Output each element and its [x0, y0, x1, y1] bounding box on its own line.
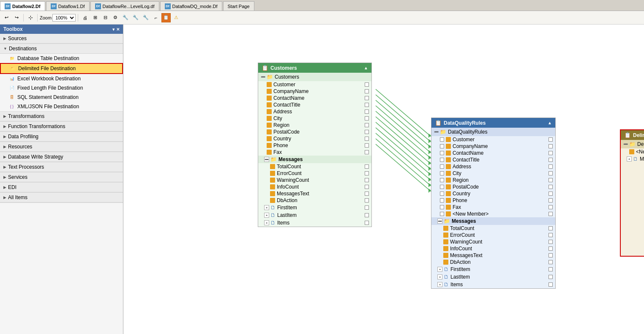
icon1-button[interactable]: 🔧: [121, 13, 130, 22]
dqr-items-expand[interactable]: +: [437, 282, 442, 287]
services-label: Services: [8, 174, 27, 180]
print-button[interactable]: 🖨: [80, 13, 90, 22]
field-row-country: Country: [258, 135, 371, 142]
toolbox-group-transforms-header[interactable]: ▶ Transformations: [0, 112, 123, 121]
excel-dest-icon: 📊: [8, 75, 15, 82]
canvas[interactable]: 📋 Customers ▲ ➖ 📁 Customers Cu: [123, 25, 644, 334]
dqr-lastitem-expand[interactable]: +: [437, 274, 442, 279]
toolbox-header-icons: ▾ ✕: [112, 27, 120, 32]
dataquality-node-header: 📋 DataQualityRules ▲: [431, 118, 555, 128]
svg-line-7: [376, 128, 431, 175]
dataquality-node[interactable]: 📋 DataQualityRules ▲ ➖ 📁 DataQualityRule…: [431, 118, 556, 289]
toolbox-item-db-table-dest[interactable]: 📁 Database Table Destination: [0, 54, 123, 63]
phone-field-icon: [267, 143, 272, 148]
dqr-folder-label: DataQualityRules: [448, 129, 487, 135]
customers-messages-fields: TotalCount ErrorCount WarningCount: [258, 163, 371, 204]
dqr-firstitem-label: FirstItem: [450, 266, 470, 272]
zoom-select[interactable]: 100% 75% 125%: [52, 14, 76, 22]
customers-node[interactable]: 📋 Customers ▲ ➖ 📁 Customers Cu: [258, 63, 372, 227]
dqr-firstitem-expand[interactable]: +: [437, 267, 442, 272]
firstitem-expand[interactable]: +: [264, 205, 269, 210]
toolbox-group-db-write-header[interactable]: ▶ Database Write Strategy: [0, 152, 123, 162]
tab-datare[interactable]: Df DataflowRe...LevelLog.df: [90, 1, 159, 11]
icon2-button[interactable]: 🔧: [131, 13, 140, 22]
toolbox-group-db-write: ▶ Database Write Strategy: [0, 152, 123, 162]
field-warningcount: WarningCount: [258, 177, 371, 183]
toolbox-dock-icon[interactable]: ✕: [116, 27, 120, 32]
canvas-inner: 📋 Customers ▲ ➖ 📁 Customers Cu: [123, 25, 644, 334]
tab-dataflow2[interactable]: Df Dataflow2.Df: [0, 1, 45, 11]
postalcode-field-port: [365, 130, 369, 134]
toolbox-item-sql-dest[interactable]: 🗄 SQL Statement Destination: [0, 93, 123, 102]
dqr-items-row: + 🗋 Items: [431, 281, 555, 288]
customers-lastitem-row: + 🗋 LastItem: [258, 211, 371, 219]
data-profiling-expand-icon: ▶: [3, 134, 6, 139]
customer-field-icon: [267, 82, 272, 87]
fixed-dest-icon: 📄: [8, 85, 15, 91]
lastitem-label: LastItem: [277, 212, 297, 218]
postalcode-field-label: PostalCode: [273, 129, 300, 135]
items-expand[interactable]: +: [264, 220, 269, 225]
dataquality-header-icon: 📋: [435, 120, 442, 126]
dd1-folder-row: ➖ 📁 DelimitedDest1: [621, 140, 644, 148]
tab-start-label: Start Page: [228, 4, 250, 9]
delimited-dest1-node[interactable]: 📋 DelimitedDest1 ▲ ➖ 📁 DelimitedDest1 <N…: [620, 129, 644, 257]
toolbox-group-data-profiling-header[interactable]: ▶ Data Profiling: [0, 132, 123, 142]
toolbox-item-delimited-dest[interactable]: 📁 Delimited File Destination: [0, 63, 123, 74]
customers-folder-label: Customers: [275, 74, 299, 80]
sources-expand-icon: ▶: [3, 36, 6, 41]
toolbox-group-resources-header[interactable]: ▶ Resources: [0, 142, 123, 152]
contactname-field-icon: [267, 96, 272, 101]
field-row-customer: Customer: [258, 81, 371, 88]
toolbox-item-xml-dest[interactable]: { } XML/JSON File Destination: [0, 102, 123, 111]
pointer-button[interactable]: ⊹: [26, 13, 35, 22]
toolbox-group-edi-header[interactable]: ▶ EDI: [0, 183, 123, 192]
lastitem-expand[interactable]: +: [264, 213, 269, 218]
messages-expand-btn[interactable]: ➖: [264, 157, 269, 162]
tab-datadq[interactable]: Df DataflowDQ_mode.Df: [160, 1, 222, 11]
arrange-button[interactable]: ⚙: [111, 13, 120, 22]
toolbox-group-sources-header[interactable]: ▶ Sources: [0, 34, 123, 44]
services-expand-icon: ▶: [3, 175, 6, 179]
field-row-city: City: [258, 115, 371, 122]
customers-expand-minus[interactable]: ➖: [261, 75, 265, 79]
icon3-button[interactable]: 🔧: [141, 13, 150, 22]
toolbox-group-destinations-header[interactable]: ▼ Destinations: [0, 44, 123, 54]
layout-v-button[interactable]: ⊟: [101, 13, 110, 22]
dqr-messages-expand-btn[interactable]: ➖: [437, 219, 442, 224]
toolbox-group-func-transforms-header[interactable]: ▶ Function Transformations: [0, 122, 123, 131]
toolbox-group-all-items-header[interactable]: ▶ All Items: [0, 193, 123, 203]
delimited-dest1-title: DelimitedDest1: [633, 132, 644, 138]
toolbox-item-excel-dest[interactable]: 📊 Excel Workbook Destination: [0, 74, 123, 83]
tab-df2-icon: Df: [5, 3, 11, 9]
edi-expand-icon: ▶: [3, 185, 6, 189]
corner-button[interactable]: ⌐: [151, 13, 161, 22]
toolbox-title: Toolbox: [3, 26, 23, 32]
delimited-dest1-header: 📋 DelimitedDest1 ▲: [621, 130, 644, 140]
toolbox-group-text-proc-header[interactable]: ▶ Text Processors: [0, 162, 123, 172]
resources-label: Resources: [8, 144, 32, 150]
toolbox-pin-icon[interactable]: ▾: [112, 27, 115, 32]
redo-button[interactable]: ↪: [12, 13, 21, 22]
tab-dataflow1[interactable]: Df Dataflow1.Df: [46, 1, 90, 11]
customers-sort-icon: ▲: [364, 66, 368, 70]
dd1-expand-minus[interactable]: ➖: [623, 142, 628, 146]
destinations-label: Destinations: [9, 46, 37, 52]
layout-h-button[interactable]: ⊞: [90, 13, 100, 22]
toolbox-group-services-header[interactable]: ▶ Services: [0, 172, 123, 182]
warn-button[interactable]: ⚠: [172, 13, 181, 22]
tab-start[interactable]: Start Page: [223, 1, 254, 11]
dqr-lastitem-icon: 🗋: [444, 274, 449, 280]
dqr-expand-minus[interactable]: ➖: [434, 130, 439, 134]
customer-field-label: Customer: [273, 82, 295, 88]
field-messagestext: MessagesText: [258, 190, 371, 197]
highlight-button[interactable]: 📋: [161, 13, 171, 22]
toolbox-item-fixed-dest[interactable]: 📄 Fixed Length File Destination: [0, 83, 123, 93]
fax-field-icon: [267, 150, 272, 155]
undo-button[interactable]: ↩: [2, 13, 11, 22]
dqr-messages-header: ➖ 📁 Messages: [431, 217, 555, 225]
dd1-messages-expand[interactable]: +: [627, 156, 632, 162]
field-row-contactname: ContactName: [258, 95, 371, 101]
toolbox-group-text-proc: ▶ Text Processors: [0, 162, 123, 172]
dqr-field-region: Region: [431, 177, 555, 183]
